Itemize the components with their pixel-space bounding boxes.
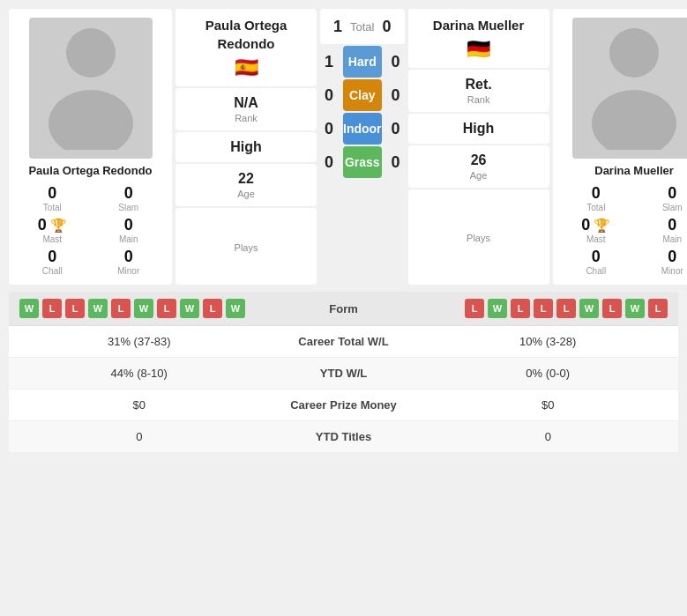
right-player-name: Darina Mueller <box>594 164 674 177</box>
left-slam-value: 0 <box>93 184 166 203</box>
total-row: 1 Total 0 <box>320 9 405 44</box>
left-form-badge-l: L <box>42 299 62 318</box>
right-slam-stat: 0 Slam <box>636 184 687 212</box>
left-header-name: Paula Ortega Redondo <box>179 16 313 53</box>
right-name-header: Darina Mueller 🇩🇪 <box>408 9 549 68</box>
right-center-stats: Darina Mueller 🇩🇪 Ret. Rank High 26 Age … <box>408 9 549 285</box>
titles-label: YTD Titles <box>256 430 432 443</box>
left-chall-stat: 0 Chall <box>16 248 89 276</box>
right-player-stats: 0 Total 0 Slam 0 🏆 Mast 0 Main <box>560 184 687 276</box>
hard-row: 1 Hard 0 <box>320 46 405 78</box>
prize-label: Career Prize Money <box>256 398 432 412</box>
left-mast-label: Mast <box>16 234 89 244</box>
right-flag: 🇩🇪 <box>412 38 546 61</box>
right-form-badge-l: L <box>602 299 622 318</box>
right-form-badge-l: L <box>648 299 668 318</box>
left-total-stat: 0 Total <box>16 184 89 212</box>
left-career-wl: 31% (37-83) <box>23 335 256 348</box>
right-age-box: 26 Age <box>408 145 549 188</box>
total-label: Total <box>347 20 378 33</box>
right-chall-stat: 0 Chall <box>560 248 633 276</box>
left-minor-stat: 0 Minor <box>93 248 166 276</box>
bottom-section: WLLWLWLWLW Form LWLLLWLWL 31% (37-83) Ca… <box>9 292 678 452</box>
right-mast-stat: 0 🏆 Mast <box>560 216 633 244</box>
indoor-row: 0 Indoor 0 <box>320 113 405 145</box>
right-total-value: 0 <box>560 184 633 203</box>
left-form-badge-l: L <box>203 299 222 318</box>
left-total-label: Total <box>16 203 89 212</box>
left-slam-stat: 0 Slam <box>93 184 166 212</box>
right-rank-box: Ret. Rank <box>408 70 549 112</box>
left-form-badge-l: L <box>65 299 85 318</box>
left-player-card: Paula Ortega Redondo 0 Total 0 Slam 0 🏆 … <box>9 9 172 285</box>
right-form-badge-l: L <box>534 299 553 318</box>
form-row: WLLWLWLWLW Form LWLLLWLWL <box>9 292 678 326</box>
right-total-label: Total <box>560 203 633 212</box>
ytd-wl-label: YTD W/L <box>256 367 432 380</box>
svg-point-0 <box>66 28 116 78</box>
svg-point-2 <box>609 28 659 78</box>
left-slam-label: Slam <box>93 203 166 212</box>
right-player-card: Darina Mueller 0 Total 0 Slam 0 🏆 Mast <box>553 9 687 285</box>
form-label: Form <box>291 302 397 315</box>
left-mast-stat: 0 🏆 Mast <box>16 216 89 244</box>
ytd-wl-row: 44% (8-10) YTD W/L 0% (0-0) <box>9 358 678 390</box>
left-high-box: High <box>175 132 317 162</box>
right-total-stat: 0 Total <box>560 184 633 212</box>
right-career-wl: 10% (3-28) <box>432 335 665 348</box>
grass-button[interactable]: Grass <box>343 146 382 178</box>
right-form-badge-l: L <box>511 299 530 318</box>
svg-point-3 <box>592 90 676 150</box>
left-trophy-icon: 🏆 <box>50 218 67 234</box>
left-form-badge-w: W <box>134 299 153 318</box>
left-total-value: 0 <box>16 184 89 203</box>
center-area: Paula Ortega Redondo 🇪🇸 N/A Rank High 22… <box>175 9 549 285</box>
right-titles: 0 <box>432 430 665 443</box>
left-center-stats: Paula Ortega Redondo 🇪🇸 N/A Rank High 22… <box>175 9 317 285</box>
indoor-button[interactable]: Indoor <box>343 113 382 145</box>
titles-row: 0 YTD Titles 0 <box>9 421 678 452</box>
right-form-badge-l: L <box>556 299 576 318</box>
left-flag: 🇪🇸 <box>179 56 313 79</box>
left-main-stat: 0 Main <box>93 216 166 244</box>
court-buttons-col: 1 Total 0 1 Hard 0 0 Clay 0 <box>320 9 405 285</box>
right-form-badge-w: W <box>625 299 645 318</box>
right-header-name: Darina Mueller <box>412 16 546 34</box>
right-high-box: High <box>408 114 549 144</box>
left-form-badge-l: L <box>111 299 131 318</box>
left-plays-box: Plays <box>175 208 317 285</box>
hard-button[interactable]: Hard <box>343 46 382 78</box>
left-player-name: Paula Ortega Redondo <box>28 164 152 177</box>
grass-row: 0 Grass 0 <box>320 146 405 178</box>
left-form-badge-w: W <box>180 299 199 318</box>
right-form-badge-w: W <box>579 299 599 318</box>
right-prize: $0 <box>432 398 665 412</box>
left-form-badge-l: L <box>157 299 176 318</box>
right-form-badge-l: L <box>465 299 484 318</box>
right-form-badge-w: W <box>488 299 507 318</box>
career-wl-label: Career Total W/L <box>256 335 432 348</box>
right-player-avatar <box>572 18 687 159</box>
clay-row: 0 Clay 0 <box>320 79 405 111</box>
main-container: Paula Ortega Redondo 0 Total 0 Slam 0 🏆 … <box>0 0 687 461</box>
right-form: LWLLLWLWL <box>397 299 668 318</box>
left-mast-value: 0 🏆 <box>16 216 89 234</box>
left-form: WLLWLWLWLW <box>19 299 291 318</box>
left-form-badge-w: W <box>226 299 245 318</box>
left-player-avatar <box>29 18 153 159</box>
top-section: Paula Ortega Redondo 0 Total 0 Slam 0 🏆 … <box>9 9 678 285</box>
right-minor-stat: 0 Minor <box>636 248 687 276</box>
left-player-stats: 0 Total 0 Slam 0 🏆 Mast 0 Main <box>16 184 165 276</box>
clay-button[interactable]: Clay <box>343 79 382 111</box>
right-plays-box: Plays <box>408 189 549 285</box>
left-age-box: 22 Age <box>175 164 317 206</box>
left-form-badge-w: W <box>19 299 39 318</box>
left-titles: 0 <box>23 430 256 443</box>
left-ytd-wl: 44% (8-10) <box>23 367 256 380</box>
right-trophy-icon: 🏆 <box>594 218 610 234</box>
right-main-stat: 0 Main <box>636 216 687 244</box>
left-name-header: Paula Ortega Redondo 🇪🇸 <box>175 9 317 86</box>
left-form-badge-w: W <box>88 299 108 318</box>
prize-row: $0 Career Prize Money $0 <box>9 390 678 421</box>
right-ytd-wl: 0% (0-0) <box>432 367 665 380</box>
